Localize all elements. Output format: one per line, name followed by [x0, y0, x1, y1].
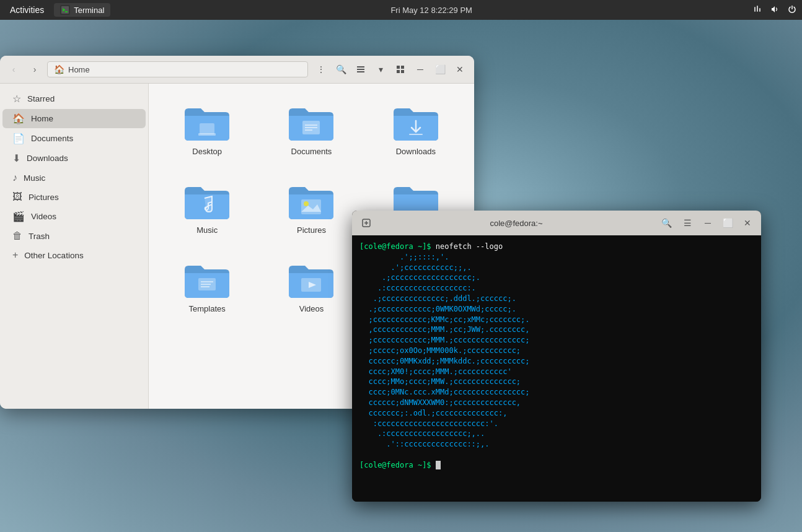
terminal-search-button[interactable]: 🔍	[657, 214, 676, 232]
pictures-folder-label: Pictures	[297, 225, 326, 235]
terminal-app-icon	[60, 5, 70, 15]
svg-point-21	[304, 201, 309, 206]
desktop-folder-icon	[182, 102, 232, 142]
svg-rect-11	[397, 70, 400, 73]
svg-rect-12	[401, 70, 404, 73]
svg-rect-3	[757, 6, 758, 12]
terminal-body[interactable]: [cole@fedora ~]$ neofetch --logo .';;:::…	[352, 235, 761, 502]
starred-icon: ☆	[12, 93, 21, 105]
music-folder-icon	[182, 181, 232, 220]
svg-rect-14	[198, 133, 216, 136]
terminal-minimize-button[interactable]: ─	[699, 214, 716, 232]
term-art-17: :cccccccccccccccccccccccc:'.	[359, 419, 754, 429]
home-location-icon: 🏠	[54, 64, 64, 74]
fm-forward-button[interactable]: ›	[26, 61, 43, 78]
fm-more-button[interactable]: ⋮	[312, 60, 330, 79]
term-prompt-final: [cole@fedora ~]$	[359, 461, 436, 469]
svg-rect-6	[357, 66, 364, 68]
fm-search-button[interactable]: 🔍	[332, 60, 350, 79]
svg-rect-13	[200, 123, 214, 134]
documents-folder-label: Documents	[291, 147, 332, 156]
terminal-title: cole@fedora:~	[379, 219, 653, 228]
fm-back-button[interactable]: ‹	[5, 61, 22, 78]
term-cursor	[436, 461, 441, 469]
fm-titlebar: ‹ › 🏠 Home ⋮ 🔍 ▾	[0, 56, 474, 84]
file-item-desktop[interactable]: Desktop	[161, 96, 253, 162]
documents-folder-icon	[286, 102, 336, 142]
sidebar-item-downloads[interactable]: ⬇ Downloads	[2, 149, 146, 168]
fm-location-text: Home	[68, 65, 90, 74]
fm-grid-view-button[interactable]	[391, 60, 410, 79]
terminal-close-button[interactable]: ✕	[739, 214, 756, 232]
sidebar-videos-label: Videos	[31, 212, 56, 221]
term-art-12: cccc;XM0!;cccc;MMM.;ccccccccccc'	[359, 367, 754, 377]
svg-rect-8	[357, 71, 364, 72]
term-art-19: .'::cccccccccccccc::;,.	[359, 439, 754, 450]
fm-view-toggle-button[interactable]: ▾	[371, 60, 390, 79]
sidebar-item-music[interactable]: ♪ Music	[2, 168, 146, 187]
activities-button[interactable]: Activities	[5, 4, 49, 16]
term-art-5: .;cccccccccccccc;.dddl.;cccccc;.	[359, 294, 754, 304]
topbar-left: Activities Terminal	[5, 3, 110, 17]
file-item-videos[interactable]: Videos	[265, 253, 357, 320]
svg-rect-4	[759, 8, 760, 12]
term-art-2: .';ccccccccccc;;,.	[359, 263, 754, 273]
trash-icon: 🗑	[12, 230, 22, 242]
file-item-downloads[interactable]: Downloads	[370, 96, 462, 162]
sidebar-item-pictures[interactable]: 🖼 Pictures	[2, 188, 146, 206]
term-art-1: .';;::::,'.	[359, 252, 754, 263]
file-item-templates[interactable]: Templates	[161, 253, 253, 320]
svg-rect-7	[357, 69, 364, 70]
sidebar-downloads-label: Downloads	[27, 154, 68, 163]
volume-icon[interactable]	[770, 4, 780, 16]
term-art-6: .;cccccccccccc;0WMK0OXMWd;ccccc;.	[359, 304, 754, 315]
sidebar-other-locations-label: Other Locations	[24, 251, 83, 260]
desktop-folder-label: Desktop	[192, 147, 222, 156]
fm-list-view-button[interactable]	[351, 60, 370, 79]
terminal-new-tab-button[interactable]	[357, 214, 376, 232]
terminal-titlebar: cole@fedora:~ 🔍 ☰ ─ ⬜ ✕	[352, 211, 761, 235]
terminal-menu-button[interactable]: ☰	[678, 214, 697, 232]
fm-location-bar[interactable]: 🏠 Home	[47, 61, 308, 77]
fm-maximize-button[interactable]: ⬜	[431, 60, 449, 79]
topbar: Activities Terminal Fri May 12 8:22:29 P…	[0, 0, 802, 20]
term-art-8: ,cccccccccccc;MMM.;cc;JWW;.cccccccc,	[359, 325, 754, 335]
sidebar-item-starred[interactable]: ☆ Starred	[2, 89, 146, 108]
fm-sidebar: ☆ Starred 🏠 Home 📄 Documents ⬇ Downloads…	[0, 84, 149, 409]
pictures-folder-icon	[286, 181, 336, 220]
network-icon[interactable]	[752, 4, 762, 16]
sidebar-item-home[interactable]: 🏠 Home	[2, 109, 146, 128]
sidebar-item-other-locations[interactable]: + Other Locations	[2, 246, 146, 264]
term-art-10: ;ccccc;ox0Oo;MMM000k.;ccccccccccc;	[359, 346, 754, 356]
sidebar-item-trash[interactable]: 🗑 Trash	[2, 227, 146, 245]
documents-icon: 📄	[12, 133, 25, 144]
svg-rect-10	[401, 66, 404, 69]
templates-folder-label: Templates	[189, 304, 226, 313]
fm-close-button[interactable]: ✕	[451, 60, 469, 79]
sidebar-item-videos[interactable]: 🎬 Videos	[2, 207, 146, 226]
pictures-icon: 🖼	[12, 191, 22, 203]
term-art-14: cccc;0MNc.ccc.xMMd;cccccccccccccccc;	[359, 387, 754, 398]
videos-icon: 🎬	[12, 211, 25, 222]
downloads-folder-icon	[391, 102, 441, 142]
sidebar-music-label: Music	[24, 173, 45, 183]
term-art-9: ;cccccccccccc;MMM.;cccccccccccccccc;	[359, 335, 754, 346]
sidebar-item-documents[interactable]: 📄 Documents	[2, 129, 146, 148]
sidebar-home-label: Home	[31, 114, 53, 123]
terminal-maximize-button[interactable]: ⬜	[719, 214, 736, 232]
term-art-3: .;cccccccccccccccccc;.	[359, 273, 754, 283]
home-icon: 🏠	[12, 113, 25, 124]
topbar-app-indicator[interactable]: Terminal	[54, 3, 110, 17]
fm-minimize-button[interactable]: ─	[411, 60, 430, 79]
file-item-documents[interactable]: Documents	[265, 96, 357, 162]
topbar-app-label: Terminal	[74, 6, 104, 15]
file-item-music[interactable]: Music	[161, 175, 253, 241]
file-item-pictures[interactable]: Pictures	[265, 175, 357, 241]
svg-rect-9	[397, 66, 400, 69]
terminal-window: cole@fedora:~ 🔍 ☰ ─ ⬜ ✕ [cole@fedora ~]$…	[352, 211, 761, 502]
power-icon[interactable]	[787, 4, 797, 16]
term-art-4: .:cccccccccccccccccc:.	[359, 283, 754, 294]
topbar-clock: Fri May 12 8:22:29 PM	[390, 6, 472, 15]
videos-folder-icon	[286, 259, 336, 299]
downloads-folder-label: Downloads	[396, 147, 436, 156]
